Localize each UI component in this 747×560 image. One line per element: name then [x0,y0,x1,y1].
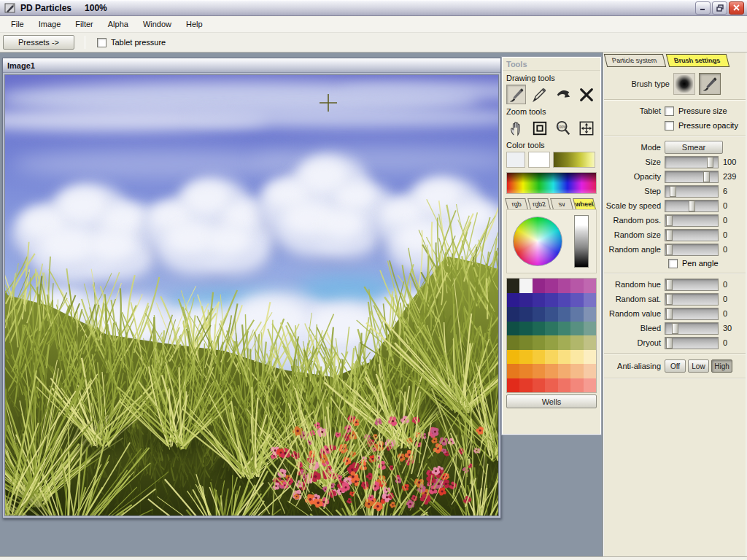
palette-well[interactable] [558,335,570,350]
palette-well[interactable] [545,322,557,336]
random-sat-slider[interactable] [665,293,719,306]
presets-button[interactable]: Pressets -> [3,35,74,50]
bleed-slider[interactable] [665,322,719,335]
palette-well[interactable] [584,335,596,350]
palette-well[interactable] [584,279,596,293]
step-slider-thumb[interactable] [670,186,676,197]
palette-well[interactable] [545,364,557,378]
hue-strip[interactable] [506,172,597,194]
palette-well[interactable] [570,335,583,350]
scale-by-speed-slider-thumb[interactable] [689,201,695,211]
color-wheel[interactable] [513,217,562,266]
color-tab-rgb2[interactable]: rgb2 [527,198,551,209]
color-tab-wheel[interactable]: wheel [573,198,596,209]
menu-window[interactable]: Window [136,18,179,31]
pen-tool-button[interactable] [530,85,549,104]
random-hue-slider[interactable] [665,279,719,291]
palette-well[interactable] [519,279,532,293]
pan-button[interactable] [576,118,596,138]
palette-well[interactable] [519,350,532,365]
menu-filter[interactable]: Filter [68,18,100,31]
random-value-slider[interactable] [665,308,719,320]
palette-well[interactable] [519,335,532,350]
palette-well[interactable] [545,335,557,350]
random-pos-slider-thumb[interactable] [666,215,673,226]
close-button[interactable] [729,1,744,15]
secondary-color-swatch[interactable] [528,152,550,168]
random-hue-slider-thumb[interactable] [666,279,673,290]
palette-well[interactable] [558,364,570,378]
palette-well[interactable] [558,293,570,308]
palette-well[interactable] [507,364,519,378]
pressure-size-checkbox[interactable] [665,106,674,116]
bleed-slider-thumb[interactable] [672,323,678,334]
palette-well[interactable] [570,364,583,378]
color-tab-sv[interactable]: sv [550,198,573,209]
value-bar[interactable] [574,215,589,268]
opacity-slider-thumb[interactable] [703,171,710,182]
palette-well[interactable] [507,307,519,322]
palette-well[interactable] [545,350,557,365]
dryout-slider[interactable] [665,337,719,349]
wells-button[interactable]: Wells [506,394,597,408]
fit-window-button[interactable] [530,118,549,138]
palette-well[interactable] [584,350,596,365]
palette-well[interactable] [584,322,596,336]
random-pos-slider[interactable] [665,214,719,227]
random-size-slider-thumb[interactable] [666,230,673,241]
palette-well[interactable] [558,279,570,293]
scale-by-speed-slider[interactable] [665,200,719,212]
brush-type-bristle-button[interactable] [699,73,721,95]
palette-well[interactable] [507,322,519,336]
menu-alpha[interactable]: Alpha [101,18,136,31]
menu-help[interactable]: Help [179,18,210,31]
palette-well[interactable] [533,350,545,365]
palette-well[interactable] [570,293,583,308]
palette-well[interactable] [545,307,557,322]
palette-well[interactable] [570,378,583,393]
palette-well[interactable] [545,293,557,308]
color-tab-rgb[interactable]: rgb [505,198,528,209]
random-value-slider-thumb[interactable] [666,308,673,319]
random-angle-slider-thumb[interactable] [666,244,673,255]
palette-well[interactable] [558,350,570,365]
palette-well[interactable] [533,364,545,378]
brush-type-soft-button[interactable] [673,73,695,95]
palette-well[interactable] [533,307,545,322]
random-sat-slider-thumb[interactable] [666,294,673,305]
image-window-titlebar[interactable]: Image1 [3,58,500,73]
palette-well[interactable] [584,307,596,322]
palette-well[interactable] [584,378,596,393]
palette-well[interactable] [507,293,519,308]
palette-well[interactable] [545,279,557,293]
palette-well[interactable] [519,364,532,378]
palette-well[interactable] [533,378,545,393]
palette-well[interactable] [584,293,596,308]
antialias-off-button[interactable]: Off [665,359,686,373]
size-slider[interactable] [665,156,719,168]
palette-well[interactable] [519,307,532,322]
brush-tool-button[interactable] [506,85,526,104]
palette-well[interactable] [570,279,583,293]
menu-file[interactable]: File [4,18,31,31]
palette-well[interactable] [533,293,545,308]
palette-well[interactable] [558,307,570,322]
pen-angle-checkbox[interactable] [668,259,678,268]
mode-button[interactable]: Smear [665,141,723,154]
palette-well[interactable] [558,322,570,336]
settings-tab-brush-settings[interactable]: Brush settings [666,54,730,67]
palette-well[interactable] [570,350,583,365]
palette-well[interactable] [507,335,519,350]
current-color-swatch[interactable] [506,152,525,168]
palette-well[interactable] [519,378,532,393]
random-size-slider[interactable] [665,229,719,241]
value-gradient-swatch[interactable] [553,152,595,168]
palette-well[interactable] [533,279,545,293]
palette-well[interactable] [507,378,519,393]
settings-tab-particle-system[interactable]: Particle system [604,54,667,67]
pressure-opacity-checkbox[interactable] [665,121,674,131]
palette-well[interactable] [533,335,545,350]
menu-image[interactable]: Image [31,18,69,31]
erase-tool-button[interactable] [576,85,596,104]
minimize-button[interactable] [695,1,711,15]
